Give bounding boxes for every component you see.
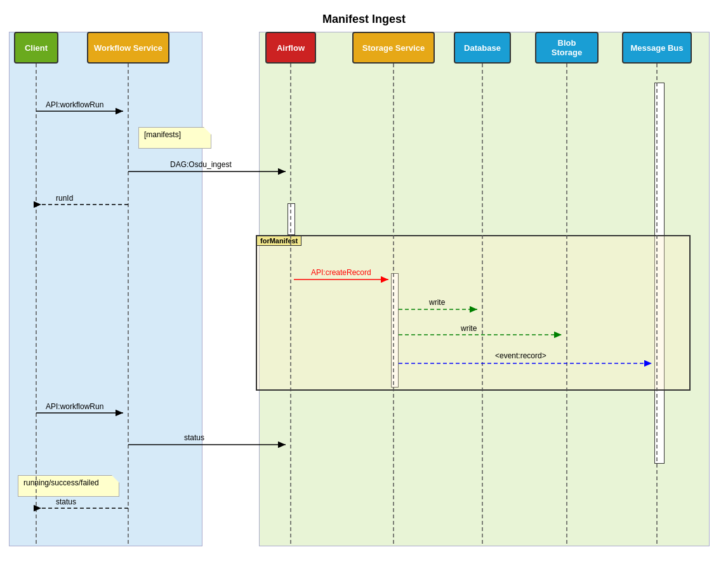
activation-airflow	[288, 203, 295, 235]
label-api-workflow-run-1: API:workflowRun	[46, 100, 103, 109]
label-write-blob: write	[461, 324, 477, 333]
diagram: Manifest Ingest Client Workflow Service …	[0, 0, 728, 566]
actor-client: Client	[14, 32, 58, 64]
page-title: Manifest Ingest	[0, 5, 728, 26]
frame-label: forManifest	[256, 236, 301, 246]
lifeline-bg-left	[9, 32, 202, 546]
label-api-workflow-run-2: API:workflowRun	[46, 402, 103, 411]
label-run-id: runId	[56, 194, 73, 203]
actor-airflow: Airflow	[265, 32, 316, 64]
label-write-db: write	[429, 298, 445, 307]
label-dag-osdu-ingest: DAG:Osdu_ingest	[170, 160, 232, 169]
note-status: running/success/failed	[18, 475, 119, 497]
actor-msgbus: Message Bus	[622, 32, 692, 64]
for-manifest-frame: forManifest	[256, 235, 691, 391]
actor-workflow: Workflow Service	[87, 32, 169, 64]
label-status-req: status	[184, 433, 204, 442]
actor-storage: Storage Service	[352, 32, 435, 64]
label-status-resp: status	[56, 497, 76, 506]
actor-database: Database	[454, 32, 511, 64]
note-manifests: [manifests]	[138, 127, 211, 149]
label-api-create-record: API:createRecord	[311, 268, 371, 277]
actor-blob: Blob Storage	[535, 32, 599, 64]
label-event-record: <event:record>	[495, 351, 546, 360]
